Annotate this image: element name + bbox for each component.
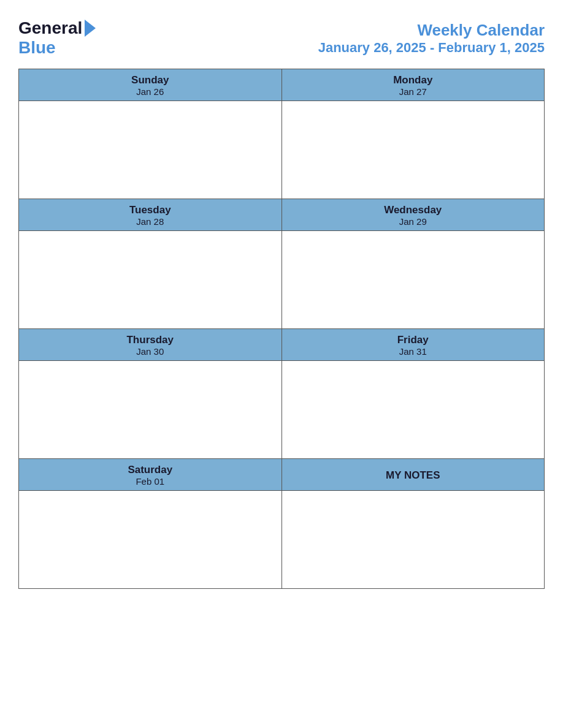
wednesday-header: Wednesday Jan 29: [282, 199, 545, 231]
sunday-date: Jan 26: [21, 86, 279, 97]
title-block: Weekly Calendar January 26, 2025 - Febru…: [318, 21, 545, 56]
row-sat-notes-header: Saturday Feb 01 MY NOTES: [19, 459, 545, 491]
page-header: General Blue Weekly Calendar January 26,…: [18, 18, 545, 58]
saturday-date: Feb 01: [21, 476, 279, 487]
saturday-body[interactable]: [19, 491, 282, 589]
notes-label: MY NOTES: [386, 469, 440, 481]
tuesday-body[interactable]: [19, 231, 282, 329]
monday-name: Monday: [285, 74, 542, 86]
row-thu-fri-body: [19, 361, 545, 459]
tuesday-name: Tuesday: [21, 204, 279, 216]
wednesday-name: Wednesday: [285, 204, 542, 216]
saturday-name: Saturday: [21, 464, 279, 476]
row-sat-notes-body: [19, 491, 545, 589]
sunday-header: Sunday Jan 26: [19, 69, 282, 101]
notes-body[interactable]: [282, 491, 545, 589]
wednesday-date: Jan 29: [285, 216, 542, 227]
friday-header: Friday Jan 31: [282, 329, 545, 361]
row-tue-wed-body: [19, 231, 545, 329]
thursday-name: Thursday: [21, 334, 279, 346]
row-sun-mon-body: [19, 101, 545, 199]
logo-blue-text: Blue: [18, 38, 56, 58]
tuesday-date: Jan 28: [21, 216, 279, 227]
notes-header: MY NOTES: [282, 459, 545, 491]
tuesday-header: Tuesday Jan 28: [19, 199, 282, 231]
logo-general-text: General: [18, 18, 82, 38]
logo-triangle-icon: [85, 20, 96, 37]
friday-name: Friday: [285, 334, 542, 346]
sunday-body[interactable]: [19, 101, 282, 199]
calendar-table: Sunday Jan 26 Monday Jan 27 Tuesday Jan …: [18, 69, 545, 589]
row-sun-mon-header: Sunday Jan 26 Monday Jan 27: [19, 69, 545, 101]
wednesday-body[interactable]: [282, 231, 545, 329]
monday-date: Jan 27: [285, 86, 542, 97]
calendar-title: Weekly Calendar: [318, 21, 545, 40]
monday-header: Monday Jan 27: [282, 69, 545, 101]
logo: General Blue: [18, 18, 98, 58]
monday-body[interactable]: [282, 101, 545, 199]
friday-body[interactable]: [282, 361, 545, 459]
sunday-name: Sunday: [21, 74, 279, 86]
row-thu-fri-header: Thursday Jan 30 Friday Jan 31: [19, 329, 545, 361]
friday-date: Jan 31: [285, 346, 542, 357]
thursday-date: Jan 30: [21, 346, 279, 357]
row-tue-wed-header: Tuesday Jan 28 Wednesday Jan 29: [19, 199, 545, 231]
thursday-header: Thursday Jan 30: [19, 329, 282, 361]
thursday-body[interactable]: [19, 361, 282, 459]
saturday-header: Saturday Feb 01: [19, 459, 282, 491]
calendar-subtitle: January 26, 2025 - February 1, 2025: [318, 40, 545, 56]
